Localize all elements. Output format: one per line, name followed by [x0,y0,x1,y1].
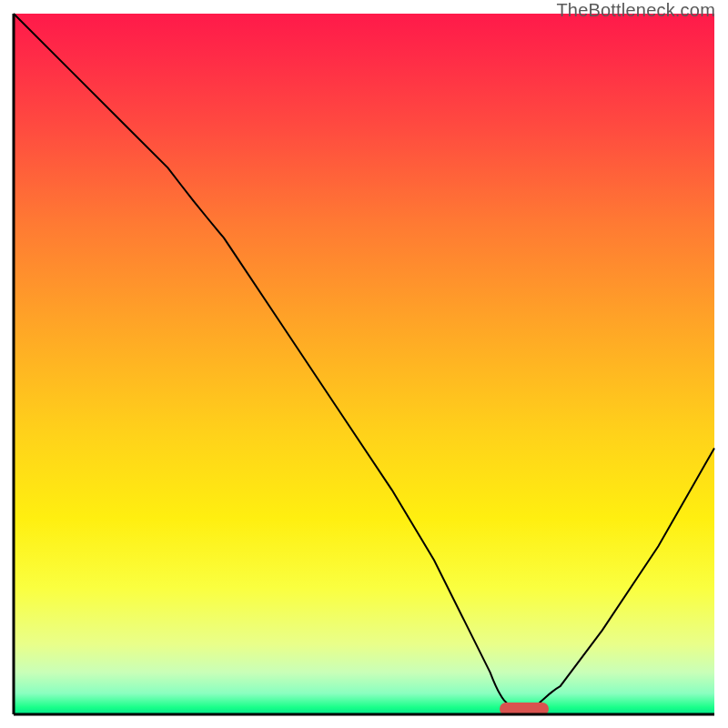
heatmap-gradient [14,14,714,714]
chart-container: TheBottleneck.com [0,0,728,728]
plot-area [14,14,714,714]
watermark-text: TheBottleneck.com [556,0,715,21]
